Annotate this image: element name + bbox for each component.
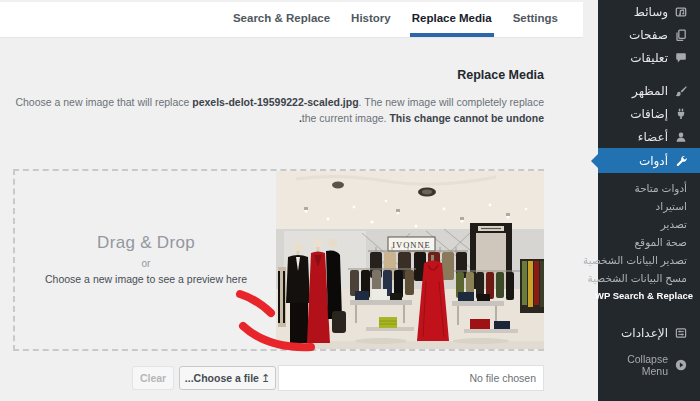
appearance-icon bbox=[675, 85, 687, 97]
submenu-site-health[interactable]: صحة الموقع bbox=[598, 233, 700, 251]
tools-submenu: أدوات متاحة استيراد تصدير صحة الموقع تصد… bbox=[598, 173, 700, 313]
sidebar-item-plugins[interactable]: إضافات bbox=[598, 102, 700, 125]
tools-icon bbox=[675, 155, 687, 167]
sidebar-item-label: الإعدادات bbox=[621, 326, 668, 340]
replace-media-panel: Replace Media Choose a new image that wi… bbox=[0, 38, 598, 391]
description-text: Choose a new image that will replace bbox=[15, 96, 192, 108]
file-input-display[interactable]: No file chosen bbox=[278, 365, 544, 391]
sidebar-item-tools[interactable]: أدوات bbox=[598, 148, 700, 173]
store-photo-illustration: IVONNE bbox=[276, 171, 544, 349]
sidebar-item-media[interactable]: وسائط bbox=[598, 0, 700, 23]
choose-file-label: Choose a file... bbox=[185, 372, 259, 384]
submenu-export[interactable]: تصدير bbox=[598, 215, 700, 233]
file-controls-row: No file chosen ↥ Choose a file... Clear bbox=[13, 365, 544, 391]
tab-settings[interactable]: Settings bbox=[511, 2, 560, 37]
collapse-menu-button[interactable]: Collapse Menu bbox=[598, 353, 700, 377]
sidebar-item-label: أدوات bbox=[639, 154, 668, 168]
submenu-erase-personal-data[interactable]: مسح البيانات الشخصية bbox=[598, 269, 700, 287]
sidebar-item-appearance[interactable]: المظهر bbox=[598, 79, 700, 102]
submenu-export-personal-data[interactable]: تصدير البيانات الشخصية bbox=[598, 251, 700, 269]
submenu-available-tools[interactable]: أدوات متاحة bbox=[598, 179, 700, 197]
dropzone-title: Drag & Drop bbox=[15, 233, 277, 253]
plugins-icon bbox=[675, 108, 687, 120]
choose-file-button[interactable]: ↥ Choose a file... bbox=[179, 366, 276, 390]
sidebar-item-label: تعليقات bbox=[630, 51, 668, 65]
clear-button[interactable]: Clear bbox=[132, 366, 174, 390]
content-area: Search & Replace History Replace Media S… bbox=[0, 0, 598, 401]
plugin-tabs: Search & Replace History Replace Media S… bbox=[231, 2, 560, 38]
sidebar-item-label: صفحات bbox=[629, 28, 668, 42]
dropzone-hint: Choose a new image to see a preview here bbox=[15, 273, 277, 285]
plugin-tab-bar: Search & Replace History Replace Media S… bbox=[0, 2, 583, 38]
store-sign-text: IVONNE bbox=[392, 240, 431, 250]
active-item-pointer bbox=[591, 154, 598, 168]
description: Choose a new image that will replace pex… bbox=[13, 94, 544, 126]
page-title: Replace Media bbox=[13, 68, 544, 82]
sidebar-item-users[interactable]: أعضاء bbox=[598, 125, 700, 148]
dropzone-or: or bbox=[15, 258, 277, 269]
tab-replace-media[interactable]: Replace Media bbox=[410, 2, 494, 37]
comments-icon bbox=[675, 52, 687, 64]
tab-search-replace[interactable]: Search & Replace bbox=[231, 2, 332, 37]
admin-sidebar: وسائط صفحات تعليقات المظهر إضافات bbox=[598, 0, 700, 401]
dropzone-text: Drag & Drop or Choose a new image to see… bbox=[15, 233, 277, 285]
users-icon bbox=[675, 131, 687, 143]
upload-icon: ↥ bbox=[261, 373, 270, 384]
sidebar-item-settings[interactable]: الإعدادات bbox=[598, 321, 700, 344]
media-icon bbox=[675, 6, 687, 18]
no-file-chosen-text: No file chosen bbox=[469, 372, 536, 384]
pages-icon bbox=[675, 29, 687, 41]
image-preview: IVONNE bbox=[276, 171, 544, 349]
sidebar-item-label: المظهر bbox=[632, 84, 668, 98]
sidebar-item-label: وسائط bbox=[634, 5, 668, 19]
collapse-menu-label: Collapse Menu bbox=[598, 353, 668, 377]
submenu-wp-search-replace[interactable]: WP Search & Replace bbox=[598, 287, 700, 305]
sidebar-item-label: إضافات bbox=[630, 107, 668, 121]
collapse-arrow-icon bbox=[675, 359, 687, 371]
tab-history[interactable]: History bbox=[349, 2, 393, 37]
settings-icon bbox=[675, 327, 687, 339]
drag-drop-zone[interactable]: Drag & Drop or Choose a new image to see… bbox=[13, 169, 544, 351]
description-filename: pexels-delot-19599222-scaled.jpg bbox=[192, 96, 358, 108]
sidebar-item-pages[interactable]: صفحات bbox=[598, 23, 700, 46]
menu-separator bbox=[598, 69, 700, 79]
admin-menu: وسائط صفحات تعليقات المظهر إضافات bbox=[598, 0, 700, 377]
sidebar-item-label: أعضاء bbox=[638, 130, 668, 144]
sidebar-item-comments[interactable]: تعليقات bbox=[598, 46, 700, 69]
submenu-import[interactable]: استيراد bbox=[598, 197, 700, 215]
